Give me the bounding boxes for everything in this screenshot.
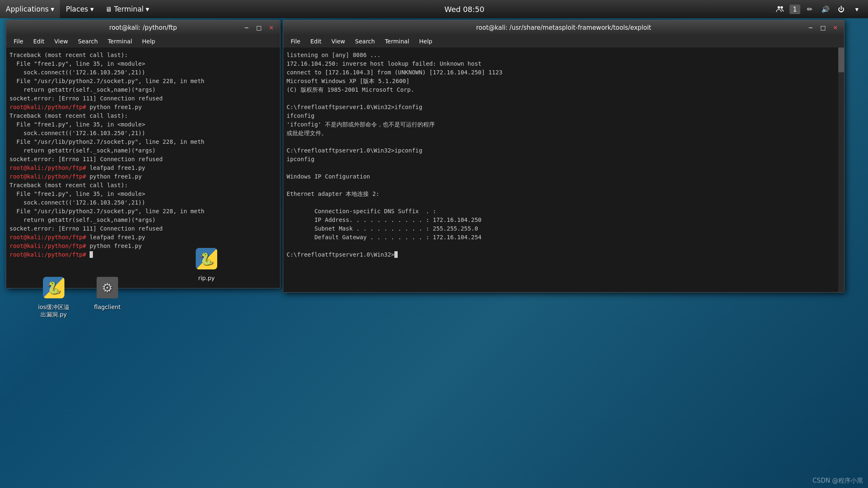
- scrollbar-track[interactable]: [838, 48, 844, 292]
- terminal-2-menu-file[interactable]: File: [287, 37, 304, 45]
- terminal-2-maximize[interactable]: □: [818, 23, 828, 33]
- terminal-1-menubar: File Edit View Search Terminal Help: [6, 35, 280, 48]
- terminal-window-1: root@kali: /python/ftp ─ □ ✕ File Edit V…: [6, 20, 280, 288]
- datetime-display: Wed 08:50: [444, 5, 484, 14]
- applications-label: Applications: [6, 5, 49, 13]
- ios-exploit-icon: 🐍: [40, 274, 67, 301]
- flagclient-label: flagclient: [94, 303, 121, 311]
- terminal-1-title: root@kali: /python/ftp: [10, 24, 276, 31]
- scrollbar-thumb[interactable]: [838, 48, 844, 72]
- terminal-2-controls: ─ □ ✕: [805, 23, 841, 33]
- taskbar: Applications ▾ Places ▾ 🖥 Terminal ▾ Wed…: [0, 0, 868, 18]
- terminal-2-menu-search[interactable]: Search: [351, 37, 379, 45]
- power-icon[interactable]: ⏻: [835, 3, 847, 15]
- terminal-2-menu-terminal[interactable]: Terminal: [381, 37, 413, 45]
- terminal-menu[interactable]: 🖥 Terminal ▾: [100, 0, 155, 18]
- places-menu[interactable]: Places ▾: [60, 0, 100, 18]
- terminal-1-titlebar: root@kali: /python/ftp ─ □ ✕: [6, 20, 280, 35]
- terminal-1-menu-file[interactable]: File: [9, 37, 27, 45]
- terminal-2-title: root@kali: /usr/share/metasploit-framewo…: [287, 24, 840, 31]
- desktop-icon-flagclient[interactable]: ⚙ flagclient: [87, 274, 128, 311]
- terminal-1-menu-help[interactable]: Help: [138, 37, 159, 45]
- terminal-2-menu-view[interactable]: View: [327, 37, 349, 45]
- terminal-2-close[interactable]: ✕: [830, 23, 841, 33]
- workspace-badge[interactable]: 1: [790, 5, 800, 14]
- power-arrow[interactable]: ▾: [851, 3, 863, 15]
- terminal-2-menu-help[interactable]: Help: [415, 37, 436, 45]
- places-label: Places: [66, 5, 88, 13]
- rip-label: rip.py: [198, 274, 215, 282]
- svg-point-1: [780, 6, 783, 9]
- taskbar-left: Applications ▾ Places ▾ 🖥 Terminal ▾: [0, 0, 155, 18]
- terminal-2-menubar: File Edit View Search Terminal Help: [283, 35, 844, 48]
- terminal-1-content[interactable]: Traceback (most recent call last): File …: [6, 48, 280, 288]
- terminal-2-content[interactable]: listening on [any] 8086 ... 172.16.104.2…: [283, 48, 844, 292]
- terminal-icon-small: 🖥: [105, 5, 112, 13]
- desktop: 📄 💎 🐍 rip.py 🐍 ios缓冲区溢出漏洞.py ⚙ flagclien…: [0, 18, 868, 488]
- rip-icon: 🐍: [193, 245, 220, 272]
- volume-icon[interactable]: 🔊: [819, 3, 832, 15]
- places-arrow: ▾: [90, 5, 94, 13]
- svg-point-0: [778, 6, 780, 9]
- terminal-2-menu-edit[interactable]: Edit: [306, 37, 325, 45]
- terminal-1-menu-view[interactable]: View: [50, 37, 72, 45]
- terminal-2-minimize[interactable]: ─: [805, 23, 816, 33]
- terminal-1-menu-terminal[interactable]: Terminal: [104, 37, 136, 45]
- ios-exploit-label: ios缓冲区溢出漏洞.py: [38, 303, 69, 318]
- terminal-1-menu-search[interactable]: Search: [74, 37, 102, 45]
- pen-icon[interactable]: ✏: [804, 3, 816, 15]
- applications-arrow: ▾: [51, 5, 55, 13]
- terminal-label: Terminal: [114, 5, 144, 13]
- users-icon[interactable]: [774, 3, 786, 15]
- badge-num: 1: [793, 5, 797, 13]
- terminal-1-minimize[interactable]: ─: [241, 23, 252, 33]
- applications-menu[interactable]: Applications ▾: [0, 0, 60, 18]
- desktop-icon-rip[interactable]: 🐍 rip.py: [186, 245, 227, 282]
- desktop-icon-ios-exploit[interactable]: 🐍 ios缓冲区溢出漏洞.py: [33, 274, 74, 318]
- taskbar-right: 1 ✏ 🔊 ⏻ ▾: [774, 3, 868, 15]
- flagclient-icon: ⚙: [94, 274, 121, 301]
- terminal-1-controls: ─ □ ✕: [241, 23, 277, 33]
- watermark: CSDN @程序小黑: [812, 477, 863, 485]
- terminal-2-titlebar: root@kali: /usr/share/metasploit-framewo…: [283, 20, 844, 35]
- taskbar-center: Wed 08:50: [155, 5, 773, 14]
- terminal-1-close[interactable]: ✕: [266, 23, 277, 33]
- terminal-window-2: root@kali: /usr/share/metasploit-framewo…: [283, 20, 844, 293]
- terminal-1-menu-edit[interactable]: Edit: [29, 37, 48, 45]
- terminal-1-maximize[interactable]: □: [254, 23, 264, 33]
- terminal-arrow: ▾: [146, 5, 149, 13]
